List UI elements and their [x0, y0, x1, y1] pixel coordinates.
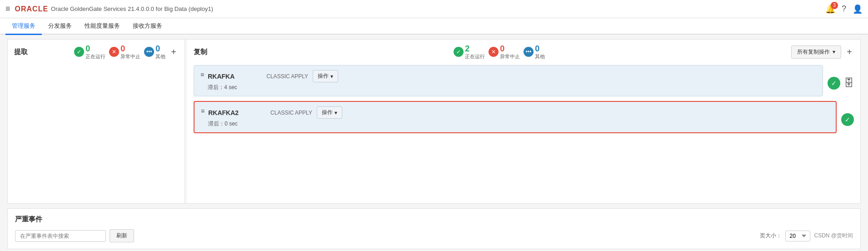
all-ops-label: 所有复制操作 — [797, 48, 830, 56]
replication-running-info: 2 正在运行 — [465, 44, 485, 60]
rkafka2-action-button[interactable]: 操作 ▾ — [317, 106, 342, 119]
rkafka2-type: CLASSIC APPLY — [270, 110, 312, 116]
rkafka2-running-indicator: ✓ — [841, 113, 854, 126]
rkafka-name: RKAFKA — [208, 73, 234, 80]
replication-other-status: ••• 0 其他 — [524, 44, 545, 60]
replication-running-label: 正在运行 — [465, 54, 485, 60]
nav-item-performance[interactable]: 性能度量服务 — [78, 18, 126, 35]
rkafka2-card-row: ≡ RKAFKA2 CLASSIC APPLY 操作 ▾ — [194, 101, 854, 138]
bell-badge: 3 — [831, 2, 838, 9]
extract-other-info: 0 其他 — [155, 44, 165, 60]
replication-cards-area: ≡ RKAFKA CLASSIC APPLY 操作 ▾ — [194, 65, 854, 138]
replication-panel-header: 复制 ✓ 2 正在运行 ✕ 0 异常中止 ••• — [194, 44, 854, 60]
replication-cards-list: ≡ RKAFKA CLASSIC APPLY 操作 ▾ — [194, 65, 854, 138]
severe-events-toolbar: 刷新 页大小： 20 10 50 100 CSDN @货时间 — [15, 229, 853, 242]
extract-running-status: ✓ 0 正在运行 — [74, 44, 105, 60]
replication-running-status: ✓ 2 正在运行 — [454, 44, 485, 60]
extract-running-icon: ✓ — [74, 47, 84, 57]
extract-panel-header: 提取 ✓ 0 正在运行 ✕ 0 异常中止 ••• — [14, 44, 178, 60]
rkafka2-card-body: RKAFKA2 CLASSIC APPLY 操作 ▾ 滞后：0 sec — [208, 106, 829, 128]
extract-error-label: 异常中止 — [120, 54, 140, 60]
rkafka-action-chevron-icon: ▾ — [330, 73, 333, 80]
extract-error-count: 0 — [120, 44, 125, 53]
extract-error-status: ✕ 0 异常中止 — [109, 44, 140, 60]
rkafka2-menu-icon: ≡ — [201, 107, 205, 115]
extract-title: 提取 — [14, 48, 28, 56]
extract-running-info: 0 正在运行 — [85, 44, 105, 60]
severe-refresh-button[interactable]: 刷新 — [110, 229, 134, 242]
replication-other-label: 其他 — [535, 54, 545, 60]
extract-other-label: 其他 — [155, 54, 165, 60]
rkafka2-name: RKAFKA2 — [208, 109, 239, 116]
replication-other-icon: ••• — [524, 47, 534, 57]
replication-running-icon: ✓ — [454, 47, 464, 57]
replication-add-button[interactable]: + — [845, 47, 854, 57]
all-replication-ops-button[interactable]: 所有复制操作 ▾ — [791, 45, 841, 59]
panel-divider — [186, 40, 186, 203]
rkafka-menu-icon: ≡ — [200, 71, 204, 78]
rkafka2-lag: 滞后：0 sec — [208, 120, 829, 128]
rkafka2-action-chevron-icon: ▾ — [334, 110, 337, 116]
all-ops-chevron-icon: ▾ — [833, 49, 835, 55]
extract-other-count: 0 — [155, 44, 160, 53]
rkafka2-header-row: RKAFKA2 CLASSIC APPLY 操作 ▾ — [208, 106, 829, 119]
extract-error-info: 0 异常中止 — [120, 44, 140, 60]
nav-item-distribute[interactable]: 分发服务 — [42, 18, 78, 35]
section-row: 提取 ✓ 0 正在运行 ✕ 0 异常中止 ••• — [7, 39, 861, 204]
oracle-logo: ORACLE — [15, 5, 49, 13]
replication-error-label: 异常中止 — [500, 54, 520, 60]
replication-error-icon: ✕ — [489, 47, 499, 57]
replication-running-count: 2 — [465, 44, 469, 53]
nav-item-receive[interactable]: 接收方服务 — [126, 18, 169, 35]
rkafka-running-indicator: ✓ — [828, 77, 840, 90]
bell-button[interactable]: 🔔 3 — [825, 4, 835, 14]
rkafka-action-label: 操作 — [318, 72, 329, 80]
app-title: Oracle GoldenGate Services 21.4.0.0.0 fo… — [51, 5, 825, 12]
rkafka2-action-label: 操作 — [322, 109, 333, 116]
extract-running-label: 正在运行 — [85, 54, 105, 60]
rkafka-card-body: RKAFKA CLASSIC APPLY 操作 ▾ 滞后：4 sec — [208, 70, 816, 91]
replication-error-info: 0 异常中止 — [500, 44, 520, 60]
replication-other-info: 0 其他 — [535, 44, 545, 60]
extract-error-icon: ✕ — [109, 47, 119, 57]
severe-events-title: 严重事件 — [15, 215, 853, 224]
page-size-select[interactable]: 20 10 50 100 — [785, 231, 810, 241]
extract-other-status: ••• 0 其他 — [144, 44, 165, 60]
main-content: 提取 ✓ 0 正在运行 ✕ 0 异常中止 ••• — [0, 35, 868, 251]
rkafka2-card: ≡ RKAFKA2 CLASSIC APPLY 操作 ▾ — [194, 101, 837, 133]
extract-other-icon: ••• — [144, 47, 154, 57]
replication-error-status: ✕ 0 异常中止 — [489, 44, 520, 60]
extract-add-button[interactable]: + — [169, 47, 178, 57]
top-icons: 🔔 3 ? 👤 — [825, 4, 863, 14]
hamburger-icon[interactable]: ≡ — [5, 4, 10, 14]
page-size-label: 页大小： — [760, 232, 782, 240]
top-bar: ≡ ORACLE Oracle GoldenGate Services 21.4… — [0, 0, 868, 18]
rkafka-lag: 滞后：4 sec — [208, 84, 816, 91]
rkafka-db-icon: 🗄 — [844, 77, 854, 89]
nav-bar: 管理服务 分发服务 性能度量服务 接收方服务 — [0, 18, 868, 35]
rkafka-type: CLASSIC APPLY — [266, 73, 308, 80]
csdn-label: CSDN @货时间 — [814, 232, 853, 240]
help-icon[interactable]: ? — [842, 4, 846, 14]
severe-search-input[interactable] — [15, 230, 106, 242]
rkafka-action-button[interactable]: 操作 ▾ — [313, 70, 338, 82]
replication-other-count: 0 — [535, 44, 539, 53]
rkafka-header-row: RKAFKA CLASSIC APPLY 操作 ▾ — [208, 70, 816, 82]
rkafka-card: ≡ RKAFKA CLASSIC APPLY 操作 ▾ — [194, 65, 823, 96]
page-size-area: 页大小： 20 10 50 100 — [760, 231, 810, 241]
replication-panel: 复制 ✓ 2 正在运行 ✕ 0 异常中止 ••• — [187, 40, 860, 203]
replication-title: 复制 — [194, 48, 207, 56]
nav-item-manage[interactable]: 管理服务 — [5, 18, 42, 35]
extract-panel: 提取 ✓ 0 正在运行 ✕ 0 异常中止 ••• — [8, 40, 185, 203]
rkafka-card-row: ≡ RKAFKA CLASSIC APPLY 操作 ▾ — [194, 65, 854, 101]
user-icon[interactable]: 👤 — [853, 4, 863, 14]
replication-error-count: 0 — [500, 44, 504, 53]
extract-running-count: 0 — [85, 44, 90, 53]
severe-events-section: 严重事件 刷新 页大小： 20 10 50 100 CSDN @货时间 — [7, 208, 861, 249]
